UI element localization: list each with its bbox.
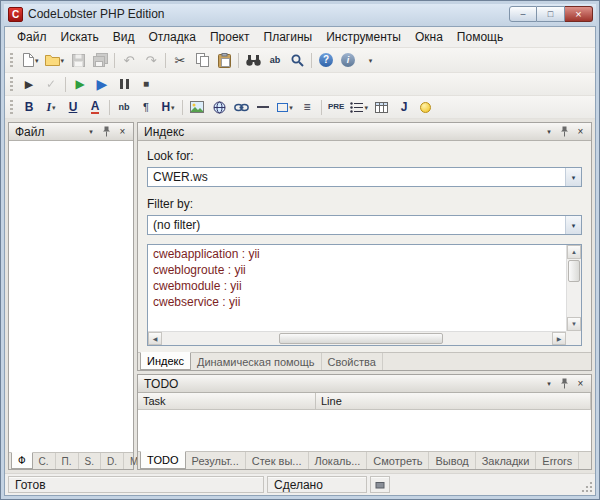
pin-button[interactable] [99,125,114,139]
help-button[interactable]: ? [315,50,337,70]
paragraph-button[interactable]: ¶ [135,97,157,117]
panel-menu-button[interactable]: ▾ [541,125,556,139]
toolbar-overflow-button[interactable]: ▾ [359,50,381,70]
redo-button[interactable]: ↷ [140,50,162,70]
insert-globe-button[interactable] [208,97,230,117]
menu-tools[interactable]: Инструменты [319,28,408,46]
justify-button[interactable]: ≡ [296,97,318,117]
insert-image-button[interactable] [186,97,208,117]
insert-div-button[interactable]: ▾ [274,97,296,117]
undo-button[interactable]: ↶ [118,50,140,70]
close-button[interactable]: × [565,6,593,22]
close-panel-button[interactable]: × [573,377,588,391]
insert-hr-button[interactable] [252,97,274,117]
sidebar-tab-structure[interactable]: С. [33,453,56,469]
close-panel-button[interactable]: × [115,125,130,139]
tab-todo[interactable]: TODO [140,451,186,469]
tab-bookmarks[interactable]: Закладки [476,452,537,469]
tab-output[interactable]: Вывод [429,452,475,469]
scroll-down-button[interactable]: ▼ [567,317,581,331]
todo-panel-header[interactable]: TODO ▾ × [138,375,591,393]
horizontal-scroll-track[interactable] [162,332,552,345]
heading-button[interactable]: H▾ [157,97,179,117]
horizontal-scrollbar[interactable]: ◀ ▶ [148,331,566,345]
list-item[interactable]: cweblogroute : yii [148,262,566,278]
copy-button[interactable] [191,50,213,70]
pause-button[interactable] [113,74,135,94]
paste-button[interactable] [213,50,235,70]
combo-dropdown-button[interactable]: ▾ [565,216,581,234]
tab-properties[interactable]: Свойства [322,353,383,370]
pin-button[interactable] [557,125,572,139]
sidebar-tab-d[interactable]: D. [101,453,124,469]
column-header-line[interactable]: Line [316,393,591,409]
menu-project[interactable]: Проект [203,28,257,46]
italic-button[interactable]: I▾ [40,97,62,117]
sidebar-tab-files[interactable]: Ф [11,452,33,469]
underline-button[interactable]: U [62,97,84,117]
tab-locals[interactable]: Локаль... [309,452,368,469]
vertical-scroll-track[interactable] [567,259,581,317]
menu-view[interactable]: Вид [106,28,142,46]
insert-script-button[interactable]: J [393,97,415,117]
files-panel-header[interactable]: Файл ▾ × [9,123,133,141]
close-panel-button[interactable]: × [573,125,588,139]
nbsp-button[interactable]: nb [113,97,135,117]
minimize-button[interactable]: – [509,6,537,22]
horizontal-scroll-thumb[interactable] [279,333,443,344]
index-panel-header[interactable]: Индекс ▾ × [138,123,591,141]
files-panel-body[interactable] [9,141,133,452]
start-debug-button[interactable]: ▶ [69,74,91,94]
scroll-up-button[interactable]: ▲ [567,245,581,259]
toolbar-grip[interactable] [10,100,13,115]
toolbar-grip[interactable] [10,77,13,92]
menu-windows[interactable]: Окна [408,28,450,46]
font-color-button[interactable]: A [84,97,106,117]
tab-index[interactable]: Индекс [140,352,191,370]
filter-by-combobox[interactable]: (no filter) ▾ [147,215,582,235]
resize-grip[interactable] [580,476,593,493]
find-button[interactable] [242,50,264,70]
check-syntax-button[interactable]: ✓ [40,74,62,94]
insert-table-button[interactable] [371,97,393,117]
look-for-value[interactable]: CWER.ws [148,170,565,184]
list-item[interactable]: cwebapplication : yii [148,246,566,262]
menu-plugins[interactable]: Плагины [257,28,320,46]
run-button[interactable]: ▶ [18,74,40,94]
column-header-task[interactable]: Task [138,393,316,409]
todo-list-body[interactable] [138,410,591,451]
tab-errors[interactable]: Errors [536,452,579,469]
maximize-button[interactable]: □ [537,6,565,22]
combo-dropdown-button[interactable]: ▾ [565,168,581,186]
list-item[interactable]: cwebmodule : yii [148,278,566,294]
info-button[interactable]: i [337,50,359,70]
insert-list-button[interactable]: ▾ [347,97,371,117]
menu-debug[interactable]: Отладка [142,28,203,46]
cut-button[interactable]: ✂ [169,50,191,70]
menu-help[interactable]: Помощь [450,28,510,46]
scroll-right-button[interactable]: ▶ [552,332,566,345]
tab-dynamic-help[interactable]: Динамическая помощь [191,353,322,370]
bold-button[interactable]: B [18,97,40,117]
panel-menu-button[interactable]: ▾ [541,377,556,391]
menu-file[interactable]: Файл [10,28,54,46]
pre-button[interactable]: PRE [325,97,347,117]
panel-menu-button[interactable]: ▾ [83,125,98,139]
list-item[interactable]: cwebservice : yii [148,294,566,310]
vertical-scrollbar[interactable]: ▲ ▼ [566,245,581,331]
sidebar-tab-sql[interactable]: S. [79,453,101,469]
pin-button[interactable] [557,377,572,391]
open-file-button[interactable]: ▾ [42,50,68,70]
save-button[interactable] [67,50,89,70]
new-file-button[interactable]: ▾ [18,50,42,70]
insert-link-button[interactable] [230,97,252,117]
scroll-left-button[interactable]: ◀ [148,332,162,345]
continue-debug-button[interactable]: ▶ [91,74,113,94]
find-in-files-button[interactable] [286,50,308,70]
replace-button[interactable]: ab [264,50,286,70]
tab-results[interactable]: Результ... [186,452,246,469]
menu-search[interactable]: Искать [54,28,106,46]
vertical-scroll-thumb[interactable] [568,260,580,282]
tab-call-stack[interactable]: Стек вы... [246,452,309,469]
look-for-combobox[interactable]: CWER.ws ▾ [147,167,582,187]
